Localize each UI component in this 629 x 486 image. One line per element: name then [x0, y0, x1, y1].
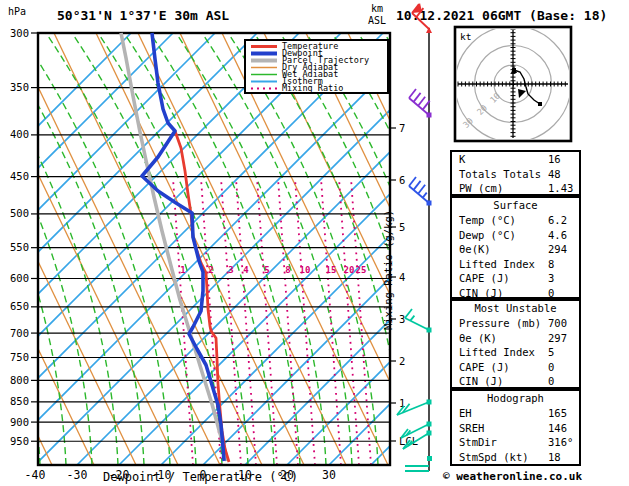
barb-tick — [414, 181, 421, 190]
panel-row-value: 4.6 — [548, 228, 567, 243]
panel-row-value: 18 — [548, 450, 561, 465]
panel-row-label: CIN (J) — [459, 375, 503, 387]
km-tick-label: 4 — [399, 271, 405, 283]
pressure-tick-label: 600 — [10, 272, 29, 284]
pressure-tick-label: 400 — [10, 128, 29, 140]
mixing-ratio-value-label: 10 — [300, 265, 311, 275]
panel-row: EH165 — [452, 406, 579, 421]
pressure-tick-label: 350 — [10, 81, 29, 93]
panel-most-unstable: Most UnstablePressure (mb)700θe (K)297Li… — [450, 299, 581, 389]
wind-barb — [405, 309, 432, 333]
panel-row: Lifted Index5 — [452, 345, 579, 360]
barb-tick — [414, 93, 421, 102]
pressure-tick-label: 550 — [10, 241, 29, 253]
pressure-tick-label: 450 — [10, 170, 29, 182]
barb-flag — [412, 3, 422, 13]
panel-row-label: Temp (°C) — [459, 214, 516, 226]
barb-base-marker — [427, 201, 432, 206]
barb-half-tick — [410, 316, 414, 321]
barb-base-marker — [427, 328, 432, 333]
panel-row-value: 1.43 — [548, 181, 573, 196]
panel-row: CIN (J)0 — [452, 374, 579, 389]
panel-row: CAPE (J)0 — [452, 360, 579, 375]
pressure-tick-label: 950 — [10, 435, 29, 447]
temp-tick-label: 30 — [322, 468, 336, 482]
panel-hodograph: HodographEH165SREH146StmDir316°StmSpd (k… — [450, 389, 581, 466]
panel-row-value: 294 — [548, 242, 567, 257]
legend-swatch-mixing-ratio — [251, 85, 277, 92]
panel-row-value: 3 — [548, 271, 554, 286]
panel-row-value: 700 — [548, 316, 567, 331]
panel-row: SREH146 — [452, 421, 579, 436]
panel-surface: SurfaceTemp (°C)6.2Dewp (°C)4.6θe(K)294L… — [450, 196, 581, 299]
panel-row-label: Pressure (mb) — [459, 317, 541, 329]
panel-row-label: K — [459, 153, 465, 165]
panel-row-value: 0 — [548, 360, 554, 375]
mixing-ratio-value-label: 2 — [208, 265, 213, 275]
wet-adiabat-line — [46, 33, 196, 465]
km-tick-label: 5 — [399, 221, 405, 233]
panel-row: StmSpd (kt)18 — [452, 450, 579, 465]
panel-row: StmDir316° — [452, 435, 579, 450]
km-tick-label: 6 — [399, 174, 405, 186]
panel-row-value: 6.2 — [548, 213, 567, 228]
hodograph-trace-end-marker — [538, 102, 542, 106]
pressure-tick-label: 750 — [10, 351, 29, 363]
mixing-ratio-value-label: 8 — [285, 265, 290, 275]
km-tick-label: 2 — [399, 355, 405, 367]
panel-row-label: StmDir — [459, 436, 497, 448]
mixing-ratio-value-label: 3 — [228, 265, 233, 275]
panel-row: Totals Totals48 — [452, 167, 579, 182]
copyright-footer: © weatheronline.co.uk — [443, 470, 582, 483]
panel-row: Lifted Index8 — [452, 257, 579, 272]
barb-base-marker — [427, 456, 432, 461]
wind-barb — [412, 3, 432, 33]
pressure-tick-label: 900 — [10, 416, 29, 428]
barb-shaft — [405, 318, 429, 330]
wind-barb — [405, 456, 432, 471]
hodograph-unit-label: kt — [460, 31, 471, 42]
pressure-tick-label: 850 — [10, 395, 29, 407]
pressure-tick-label: 300 — [10, 27, 29, 39]
hodograph: 102030kt — [455, 26, 571, 142]
legend-swatch-parcel-trajectory — [251, 57, 277, 64]
pressure-tick-label: 500 — [10, 207, 29, 219]
panel-title: Hodograph — [452, 391, 579, 406]
panel-indices: K16Totals Totals48PW (cm)1.43 — [450, 150, 581, 196]
panel-row-value: 146 — [548, 421, 567, 436]
barb-tick — [418, 97, 425, 106]
mixing-ratio-value-label: 1 — [180, 265, 185, 275]
panel-row: K16 — [452, 152, 579, 167]
barb-base-marker — [427, 422, 432, 427]
panel-row-label: EH — [459, 407, 472, 419]
wet-adiabat-line — [306, 33, 456, 465]
panel-row: PW (cm)1.43 — [452, 181, 579, 196]
panel-row-label: Lifted Index — [459, 258, 535, 270]
pressure-tick-label: 650 — [10, 300, 29, 312]
hodograph-inner: 102030 — [455, 26, 571, 142]
panel-row-label: Lifted Index — [459, 346, 535, 358]
panel-row-label: SREH — [459, 422, 484, 434]
dry-adiabat-line — [264, 33, 472, 465]
panel-row-label: θe (K) — [459, 332, 497, 344]
wind-barb — [409, 177, 432, 206]
panel-row: Dewp (°C)4.6 — [452, 228, 579, 243]
panel-row-label: Dewp (°C) — [459, 229, 516, 241]
panel-title: Surface — [452, 198, 579, 213]
panel-title: Most Unstable — [452, 301, 579, 316]
legend-swatch-dry-adiabat — [251, 64, 277, 71]
legend-swatch-dewpoint — [251, 50, 277, 57]
wind-barb — [409, 89, 432, 118]
chart-legend: TemperatureDewpointParcel TrajectoryDry … — [244, 39, 389, 94]
km-tick-label: 7 — [399, 122, 405, 134]
panel-row-value: 5 — [548, 345, 554, 360]
panel-row-label: Totals Totals — [459, 168, 541, 180]
temp-tick-label: -30 — [67, 468, 88, 482]
legend-swatch-temperature — [251, 43, 277, 50]
panel-row-value: 165 — [548, 406, 567, 421]
panel-row-label: PW (cm) — [459, 182, 503, 194]
panel-row-label: CAPE (J) — [459, 361, 510, 373]
skewt-sounding-page: hPa 50°31'N 1°37'E 30m ASL km ASL 10.12.… — [0, 0, 629, 486]
mixing-ratio-value-label: 5 — [264, 265, 269, 275]
panel-row-value: 316° — [548, 435, 573, 450]
